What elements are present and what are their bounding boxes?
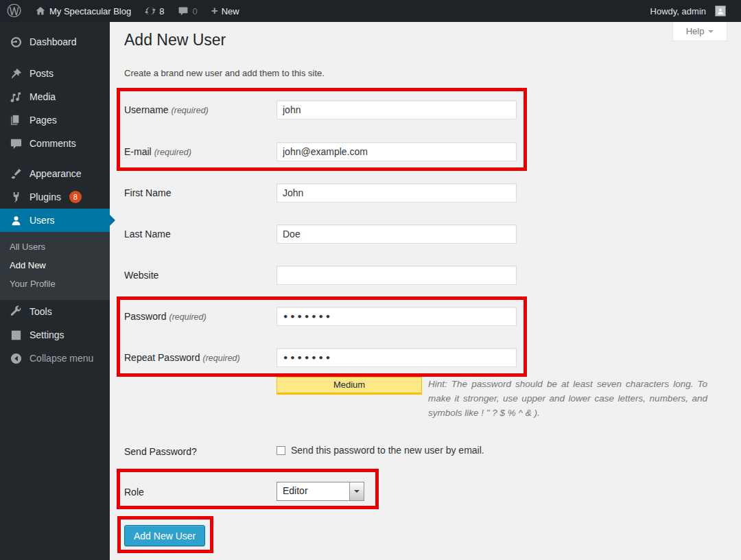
username-field[interactable] [277, 100, 517, 119]
pages-icon [10, 114, 23, 127]
password-label: Password(required) [124, 311, 274, 322]
password-strength-meter: Medium [277, 377, 422, 395]
users-submenu: All Users Add New Your Profile [0, 232, 110, 300]
sidebar-item-media[interactable]: Media [0, 85, 110, 108]
new-label: New [222, 6, 239, 16]
admin-menu-lower: Tools Settings Collapse menu [0, 300, 110, 370]
required-hint: (required) [169, 312, 206, 322]
sidebar-item-plugins[interactable]: Plugins 8 [0, 185, 110, 209]
sidebar-item-label: Appearance [30, 168, 82, 179]
wordpress-logo-icon: Ⓦ [7, 0, 21, 22]
last-name-label: Last Name [124, 229, 274, 240]
send-password-checkbox-label: Send this password to the new user by em… [291, 445, 484, 456]
submenu-item-your-profile[interactable]: Your Profile [0, 275, 110, 293]
email-label: E-mail(required) [124, 146, 274, 157]
help-label: Help [686, 26, 705, 36]
send-password-label: Send Password? [124, 446, 274, 457]
select-dropdown-button[interactable] [349, 482, 364, 500]
sidebar-item-label: Dashboard [30, 36, 77, 47]
media-icon [10, 91, 23, 104]
last-name-field[interactable] [277, 224, 517, 244]
sidebar-item-tools[interactable]: Tools [0, 300, 110, 323]
sidebar-item-label: Tools [30, 306, 52, 317]
sidebar-item-collapse-menu[interactable]: Collapse menu [0, 347, 110, 370]
brush-icon [10, 167, 23, 180]
page-title: Add New User [124, 31, 226, 49]
first-name-label: First Name [124, 187, 274, 198]
chevron-down-icon [708, 30, 714, 36]
help-button[interactable]: Help [672, 22, 727, 41]
current-menu-arrow [109, 214, 115, 226]
chevron-down-icon [354, 490, 360, 495]
home-icon [35, 5, 46, 16]
plugins-update-badge: 8 [69, 191, 82, 203]
repeat-password-label: Repeat Password(required) [124, 352, 274, 363]
users-icon [10, 214, 23, 227]
new-content-menu[interactable]: + New [204, 0, 246, 22]
role-label: Role [124, 487, 274, 498]
sidebar-item-comments[interactable]: Comments [0, 132, 110, 155]
person-icon [716, 7, 725, 15]
submenu-item-all-users[interactable]: All Users [0, 237, 110, 256]
add-new-user-button[interactable]: Add New User [124, 525, 205, 546]
page-subtitle: Create a brand new user and add them to … [124, 68, 325, 78]
sidebar-item-label: Media [30, 91, 56, 102]
comments-count: 0 [192, 6, 197, 16]
plug-icon [10, 191, 23, 204]
plus-icon: + [211, 1, 218, 21]
howdy-text: Howdy, admin [650, 6, 706, 16]
website-label: Website [124, 270, 274, 281]
admin-sidebar: Dashboard Posts Media Pages Comments App… [0, 22, 110, 560]
updates-count: 8 [159, 6, 164, 16]
send-password-row: Send this password to the new user by em… [277, 445, 484, 456]
sidebar-item-label: Plugins [30, 191, 61, 202]
sidebar-item-appearance[interactable]: Appearance [0, 162, 110, 185]
admin-toolbar: Ⓦ My Spectacular Blog 8 0 + New Howdy, a… [0, 0, 741, 22]
pushpin-icon [10, 67, 23, 80]
submenu-item-add-new[interactable]: Add New [0, 256, 110, 275]
sidebar-item-pages[interactable]: Pages [0, 108, 110, 132]
sidebar-item-label: Collapse menu [30, 353, 93, 364]
dashboard-icon [10, 36, 23, 49]
sidebar-item-label: Posts [30, 68, 54, 79]
comments-bubble-icon [178, 5, 189, 16]
required-hint: (required) [154, 148, 191, 157]
updates-icon [145, 5, 156, 16]
sidebar-item-label: Settings [30, 329, 64, 340]
sidebar-item-label: Pages [30, 115, 57, 126]
comment-icon [10, 137, 23, 150]
email-field[interactable] [277, 142, 517, 161]
first-name-field[interactable] [277, 183, 517, 202]
sliders-icon [10, 329, 23, 342]
updates-menu[interactable]: 8 [138, 0, 171, 22]
repeat-password-field[interactable] [277, 348, 517, 367]
site-name-menu[interactable]: My Spectacular Blog [28, 0, 138, 22]
password-field[interactable] [277, 307, 517, 326]
role-selected-value: Editor [277, 482, 349, 500]
wrench-icon [10, 305, 23, 318]
avatar [715, 5, 726, 16]
required-hint: (required) [172, 106, 209, 115]
comments-menu[interactable]: 0 [171, 0, 204, 22]
password-hint-block: Medium Hint: The password should be at l… [277, 377, 707, 420]
send-password-checkbox[interactable] [277, 446, 285, 455]
site-name: My Spectacular Blog [49, 6, 131, 16]
sidebar-item-dashboard[interactable]: Dashboard [0, 30, 110, 54]
sidebar-item-users[interactable]: Users [0, 209, 110, 232]
wordpress-logo-menu[interactable]: Ⓦ [0, 0, 28, 22]
sidebar-item-settings[interactable]: Settings [0, 323, 110, 347]
website-field[interactable] [277, 266, 517, 285]
sidebar-item-posts[interactable]: Posts [0, 62, 110, 85]
username-label: Username(required) [124, 104, 274, 115]
required-hint: (required) [203, 353, 240, 363]
collapse-circle-icon [10, 352, 23, 365]
role-select[interactable]: Editor [277, 482, 364, 501]
sidebar-item-label: Users [30, 215, 55, 226]
admin-menu: Dashboard Posts Media Pages Comments App… [0, 22, 110, 232]
my-account-menu[interactable]: Howdy, admin [644, 0, 741, 22]
sidebar-item-label: Comments [30, 138, 76, 149]
